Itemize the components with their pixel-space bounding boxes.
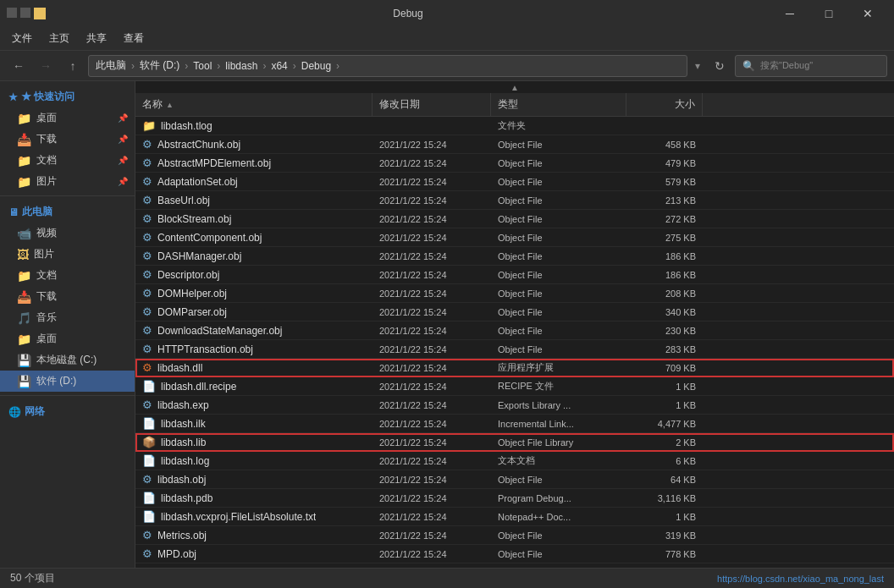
file-type-cell: Object File	[491, 154, 626, 172]
minimize-button[interactable]: ─	[770, 0, 809, 27]
file-name-cell: ⚙ AdaptationSet.obj	[135, 173, 372, 190]
menu-item-view[interactable]: 查看	[115, 28, 152, 49]
file-name-text: libdash.ilk	[161, 418, 206, 430]
menu-item-file[interactable]: 文件	[3, 28, 41, 49]
table-row[interactable]: ⚙ ContentComponent.obj 2021/1/22 15:24 O…	[135, 228, 894, 247]
table-row[interactable]: 📄 libdash.ilk 2021/1/22 15:24 Incrementa…	[135, 415, 894, 433]
file-name-cell: ⚙ DASHManager.obj	[135, 247, 372, 265]
table-row[interactable]: ⚙ HTTPTransaction.obj 2021/1/22 15:24 Ob…	[135, 340, 894, 359]
drive-icon: 💾	[17, 354, 31, 367]
file-size-cell: 230 KB	[626, 321, 703, 339]
col-header-size[interactable]: 大小	[626, 93, 703, 116]
sidebar-item-desktop-quick[interactable]: 📁 桌面 📌	[0, 107, 135, 129]
file-name-cell: ⚙ DOMHelper.obj	[135, 284, 372, 302]
folder-icon: 📥	[17, 133, 31, 146]
file-size-cell: 1 KB	[626, 377, 703, 395]
forward-button[interactable]: →	[34, 54, 58, 78]
file-name-text: libdash.dll.recipe	[161, 381, 236, 393]
table-row[interactable]: ⚙ BaseUrl.obj 2021/1/22 15:24 Object Fil…	[135, 191, 894, 210]
toolbar: ← → ↑ 此电脑 › 软件 (D:) › Tool › libdash › x…	[0, 51, 894, 81]
address-bar[interactable]: 此电脑 › 软件 (D:) › Tool › libdash › x64 › D…	[88, 55, 687, 77]
sidebar-item-music[interactable]: 🎵 音乐	[0, 307, 135, 328]
file-type-cell: Object File	[491, 340, 626, 358]
file-name-cell: 📄 libdash.vcxproj.FileListAbsolute.txt	[135, 508, 372, 525]
table-row[interactable]: ⚙ libdash.dll 2021/1/22 15:24 应用程序扩展 709…	[135, 359, 894, 377]
table-row[interactable]: ⚙ DOMParser.obj 2021/1/22 15:24 Object F…	[135, 303, 894, 321]
sidebar-network-header[interactable]: 🌐 网络	[0, 399, 135, 422]
file-date-cell: 2021/1/22 15:24	[372, 526, 491, 544]
file-name-text: libdash.lib	[161, 437, 206, 448]
search-box[interactable]: 🔍 搜索"Debug"	[735, 55, 887, 77]
file-icon: ⚙	[142, 194, 152, 206]
file-name-text: libdash.log	[161, 455, 209, 467]
file-type-cell: 文件夹	[491, 117, 626, 135]
menu-item-share[interactable]: 共享	[78, 28, 115, 49]
pin-icon: 📌	[118, 177, 128, 186]
table-row[interactable]: 📄 libdash.dll.recipe 2021/1/22 15:24 REC…	[135, 377, 894, 396]
close-button[interactable]: ✕	[848, 0, 887, 27]
file-date-cell: 2021/1/22 15:24	[372, 247, 491, 265]
title-bar-icons	[7, 8, 46, 19]
col-header-name[interactable]: 名称 ▲	[135, 93, 372, 116]
sidebar-item-pics-quick[interactable]: 📁 图片 📌	[0, 171, 135, 192]
sidebar-quick-access-header[interactable]: ★ ★ 快速访问	[0, 85, 135, 107]
table-row[interactable]: ⚙ DASHManager.obj 2021/1/22 15:24 Object…	[135, 247, 894, 266]
sidebar-item-pictures[interactable]: 🖼 图片	[0, 244, 135, 265]
file-date-cell: 2021/1/22 15:24	[372, 359, 491, 376]
address-dropdown[interactable]: ▾	[691, 55, 704, 77]
table-row[interactable]: 📦 libdash.lib 2021/1/22 15:24 Object Fil…	[135, 433, 894, 452]
sidebar-item-downloads[interactable]: 📥 下载	[0, 286, 135, 307]
table-row[interactable]: 📄 libdash.vcxproj.FileListAbsolute.txt 2…	[135, 508, 894, 526]
menu-item-home[interactable]: 主页	[41, 28, 78, 49]
table-row[interactable]: ⚙ DOMHelper.obj 2021/1/22 15:24 Object F…	[135, 284, 894, 303]
table-row[interactable]: ⚙ BlockStream.obj 2021/1/22 15:24 Object…	[135, 210, 894, 228]
file-name-text: libdash.obj	[157, 474, 206, 486]
file-name-text: ContentComponent.obj	[157, 232, 262, 244]
file-date-cell: 2021/1/22 15:24	[372, 135, 491, 153]
file-icon: 📄	[142, 417, 156, 430]
file-name-text: AdaptationSet.obj	[157, 176, 238, 188]
sidebar-this-pc-header[interactable]: 🖥 此电脑	[0, 200, 135, 223]
col-header-type[interactable]: 类型	[491, 93, 626, 116]
table-row[interactable]: ⚙ Metrics.obj 2021/1/22 15:24 Object Fil…	[135, 526, 894, 545]
sidebar-item-documents[interactable]: 📁 文档	[0, 265, 135, 286]
sidebar-item-downloads-quick[interactable]: 📥 下载 📌	[0, 129, 135, 150]
table-row[interactable]: ⚙ libdash.obj 2021/1/22 15:24 Object Fil…	[135, 470, 894, 489]
back-button[interactable]: ←	[7, 54, 30, 78]
file-size-cell: 709 KB	[626, 359, 703, 376]
table-row[interactable]: 📁 libdash.tlog 文件夹	[135, 117, 894, 135]
table-row[interactable]: ⚙ libdash.exp 2021/1/22 15:24 Exports Li…	[135, 396, 894, 415]
table-row[interactable]: ⚙ AdaptationSet.obj 2021/1/22 15:24 Obje…	[135, 173, 894, 191]
sidebar-item-docs-quick[interactable]: 📁 文档 📌	[0, 150, 135, 171]
file-type-cell: Object File	[491, 321, 626, 339]
file-size-cell: 1 KB	[626, 508, 703, 525]
table-row[interactable]: ⚙ AbstractChunk.obj 2021/1/22 15:24 Obje…	[135, 135, 894, 154]
maximize-button[interactable]: □	[809, 0, 848, 27]
sidebar-item-videos[interactable]: 📹 视频	[0, 223, 135, 244]
file-name-cell: ⚙ AbstractMPDElement.obj	[135, 154, 372, 172]
file-name-text: DOMHelper.obj	[157, 288, 227, 299]
file-icon: ⚙	[142, 212, 152, 225]
sidebar-item-desktop[interactable]: 📁 桌面	[0, 328, 135, 349]
refresh-button[interactable]: ↻	[708, 54, 731, 78]
up-button[interactable]: ↑	[61, 54, 85, 78]
address-part-pc: 此电脑	[96, 58, 126, 73]
file-date-cell: 2021/1/22 15:24	[372, 321, 491, 339]
col-header-date[interactable]: 修改日期	[372, 93, 491, 116]
sidebar-item-drive-d[interactable]: 💾 软件 (D:)	[0, 371, 135, 392]
table-row[interactable]: ⚙ MPD.obj 2021/1/22 15:24 Object File 77…	[135, 545, 894, 563]
table-row[interactable]: ⚙ Descriptor.obj 2021/1/22 15:24 Object …	[135, 266, 894, 284]
table-row[interactable]: 📄 libdash.log 2021/1/22 15:24 文本文档 6 KB	[135, 452, 894, 470]
sidebar-divider-2	[0, 395, 135, 396]
file-name-cell: 📄 libdash.log	[135, 452, 372, 470]
file-date-cell: 2021/1/22 15:24	[372, 191, 491, 209]
table-row[interactable]: 📄 libdash.pdb 2021/1/22 15:24 Program De…	[135, 489, 894, 508]
sidebar-item-drive-c[interactable]: 💾 本地磁盘 (C:)	[0, 349, 135, 371]
file-date-cell: 2021/1/22 15:24	[372, 284, 491, 302]
table-row[interactable]: ⚙ AbstractMPDElement.obj 2021/1/22 15:24…	[135, 154, 894, 173]
file-type-cell: Object File	[491, 173, 626, 190]
file-icon: 📄	[142, 380, 156, 393]
file-type-cell: RECIPE 文件	[491, 377, 626, 395]
table-row[interactable]: ⚙ DownloadStateManager.obj 2021/1/22 15:…	[135, 321, 894, 340]
file-name-cell: ⚙ AbstractChunk.obj	[135, 135, 372, 153]
